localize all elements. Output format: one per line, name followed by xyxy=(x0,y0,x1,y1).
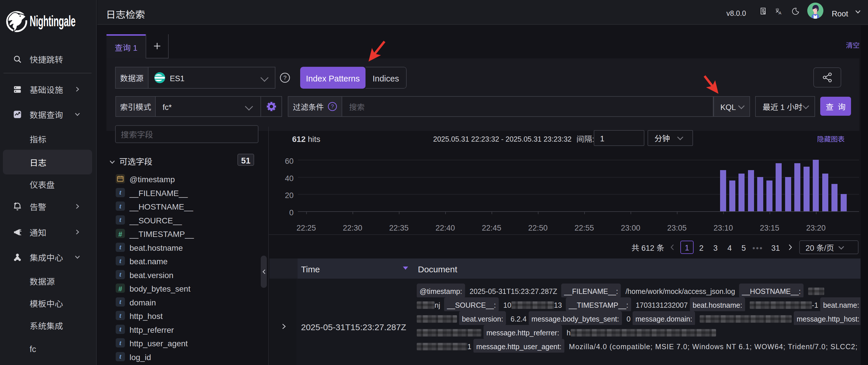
svg-text:?: ? xyxy=(331,103,334,110)
svg-text:?: ? xyxy=(283,74,287,81)
svg-text:A: A xyxy=(779,11,782,15)
